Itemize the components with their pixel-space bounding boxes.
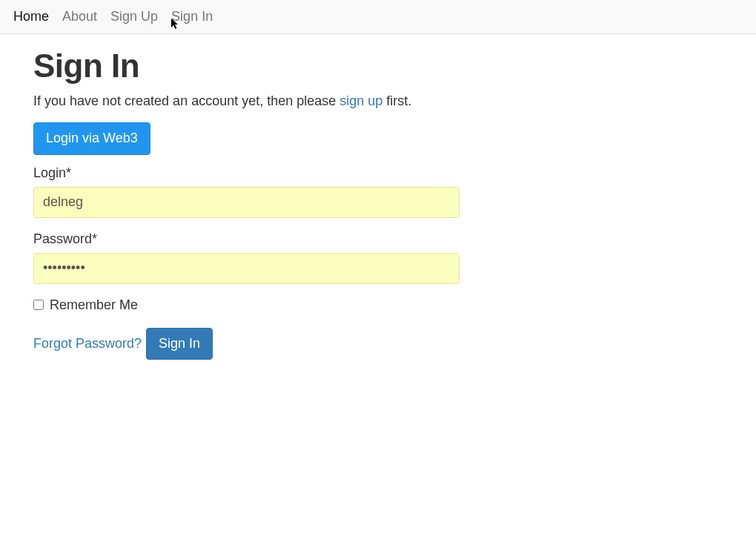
login-input[interactable] xyxy=(33,187,460,218)
page-title: Sign In xyxy=(33,47,485,85)
nav-about[interactable]: About xyxy=(62,9,97,24)
remember-me-label: Remember Me xyxy=(50,297,138,313)
password-label: Password* xyxy=(33,231,485,247)
intro-text: If you have not created an account yet, … xyxy=(33,93,485,109)
forgot-password-link[interactable]: Forgot Password? xyxy=(33,336,142,352)
nav-sign-up[interactable]: Sign Up xyxy=(110,9,158,24)
remember-me-row: Remember Me xyxy=(33,297,485,313)
main-content: Sign In If you have not created an accou… xyxy=(0,34,519,375)
top-navbar: Home About Sign Up Sign In xyxy=(0,0,756,34)
login-label: Login* xyxy=(33,165,485,181)
form-actions: Forgot Password? Sign In xyxy=(33,328,485,360)
nav-sign-in[interactable]: Sign In xyxy=(171,9,213,24)
intro-prefix: If you have not created an account yet, … xyxy=(33,93,339,108)
password-input[interactable] xyxy=(33,253,460,284)
sign-up-link[interactable]: sign up xyxy=(339,93,382,108)
login-via-web3-button[interactable]: Login via Web3 xyxy=(33,122,150,155)
password-field-group: Password* xyxy=(33,231,485,284)
sign-in-button[interactable]: Sign In xyxy=(146,328,213,360)
remember-me-checkbox[interactable] xyxy=(33,300,44,310)
intro-suffix: first. xyxy=(382,93,411,108)
nav-items: Home About Sign Up Sign In xyxy=(13,9,743,24)
nav-home[interactable]: Home xyxy=(13,9,49,24)
login-field-group: Login* xyxy=(33,165,485,218)
